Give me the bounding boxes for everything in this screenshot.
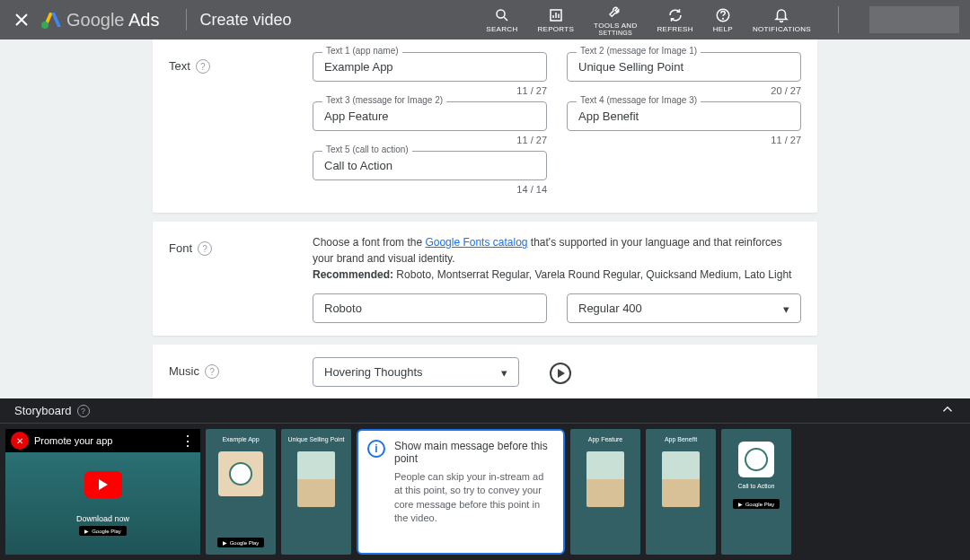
info-icon: i (367, 440, 385, 458)
music-card: Music? Hovering Thoughts▾ (153, 345, 817, 398)
help-icon[interactable]: ? (196, 59, 210, 74)
play-button[interactable] (550, 363, 571, 384)
photo-icon (586, 451, 624, 507)
page-title: Create video (199, 11, 291, 30)
tip-body: People can skip your in-stream ad at thi… (394, 470, 554, 526)
store-badge: ▶ Google Play (733, 499, 780, 509)
download-text: Download now (76, 514, 129, 523)
text5-input[interactable]: Text 5 (call to action)Call to Action (313, 151, 547, 180)
nav-tools[interactable]: TOOLS ANDSETTINGS (594, 4, 637, 36)
photo-icon (662, 451, 700, 507)
more-button[interactable]: ⋮ (181, 433, 195, 450)
chevron-down-icon: ▾ (783, 302, 789, 315)
text-card: Text? Text 1 (app name)Example App 11 / … (153, 39, 817, 213)
fonts-catalog-link[interactable]: Google Fonts catalog (425, 236, 527, 249)
svg-point-3 (497, 10, 505, 18)
video-title: Promote your app (34, 435, 112, 446)
help-icon[interactable]: ? (77, 405, 90, 417)
text-section-label: Text? (169, 52, 313, 200)
storyboard-thumb-5[interactable]: Call to Action ▶ Google Play (721, 429, 791, 555)
font-weight-select[interactable]: Regular 400▾ (567, 293, 801, 323)
nav-divider (838, 6, 839, 33)
collapse-button[interactable] (939, 401, 956, 420)
app-badge-icon: ✕ (11, 432, 29, 450)
svg-line-4 (504, 17, 507, 21)
bell-icon (773, 7, 789, 23)
close-icon (14, 13, 29, 27)
svg-marker-1 (51, 13, 61, 27)
text4-counter: 11 / 27 (567, 135, 801, 145)
brand-text: Google Ads (66, 10, 159, 31)
refresh-icon (667, 7, 683, 23)
tip-card: i Show main message before this point Pe… (357, 429, 565, 555)
nav-search[interactable]: SEARCH (486, 7, 517, 33)
nav-reports[interactable]: REPORTS (537, 7, 574, 33)
storyboard-thumb-3[interactable]: App Feature (570, 429, 640, 555)
divider (186, 9, 187, 31)
font-section-label: Font? (169, 234, 313, 323)
storyboard-thumb-4[interactable]: App Benefit (646, 429, 716, 555)
video-preview[interactable]: ✕ Promote your app ⋮ Download now ▶ Goog… (5, 429, 200, 555)
photo-icon (297, 451, 335, 507)
storyboard-thumb-2[interactable]: Unique Selling Point (281, 429, 351, 555)
chevron-down-icon: ▾ (501, 365, 507, 379)
store-badge: ▶ Google Play (79, 526, 127, 536)
close-button[interactable] (11, 9, 32, 31)
storyboard-panel: Storyboard ? ✕ Promote your app ⋮ Downlo… (0, 398, 970, 560)
text2-input[interactable]: Text 2 (message for Image 1)Unique Selli… (567, 52, 801, 82)
music-select[interactable]: Hovering Thoughts▾ (313, 357, 519, 387)
ads-logo-icon (40, 9, 61, 31)
chevron-up-icon (939, 401, 956, 417)
wrench-icon (607, 4, 623, 20)
text3-input[interactable]: Text 3 (message for Image 2)App Feature (313, 101, 547, 131)
tip-title: Show main message before this point (394, 440, 554, 465)
help-icon[interactable]: ? (198, 241, 212, 256)
storyboard-label: Storyboard (14, 404, 72, 417)
store-badge: ▶ Google Play (217, 538, 265, 547)
font-family-input[interactable]: Roboto (313, 293, 547, 323)
help-icon[interactable]: ? (205, 364, 219, 379)
search-icon (494, 7, 510, 23)
youtube-play-icon[interactable] (84, 471, 122, 498)
reports-icon (548, 7, 564, 23)
svg-point-10 (722, 18, 723, 19)
leaf-icon (738, 442, 774, 477)
font-card: Font? Choose a font from the Google Font… (153, 222, 817, 336)
logo: Google Ads (40, 9, 159, 31)
help-icon-nav (715, 7, 731, 23)
text4-input[interactable]: Text 4 (message for Image 3)App Benefit (567, 101, 801, 131)
account-area[interactable] (869, 6, 959, 33)
text5-counter: 14 / 14 (313, 184, 547, 195)
nav-help[interactable]: HELP (713, 7, 733, 33)
text1-input[interactable]: Text 1 (app name)Example App (313, 52, 547, 82)
storyboard-thumb-1[interactable]: Example App ▶ Google Play (206, 429, 276, 555)
svg-point-2 (41, 22, 48, 29)
leaf-icon (218, 451, 263, 496)
music-section-label: Music? (169, 357, 313, 387)
nav-refresh[interactable]: REFRESH (657, 7, 692, 33)
font-description: Choose a font from the Google Fonts cata… (313, 234, 801, 283)
nav-notifications[interactable]: NOTIFICATIONS (753, 7, 811, 33)
